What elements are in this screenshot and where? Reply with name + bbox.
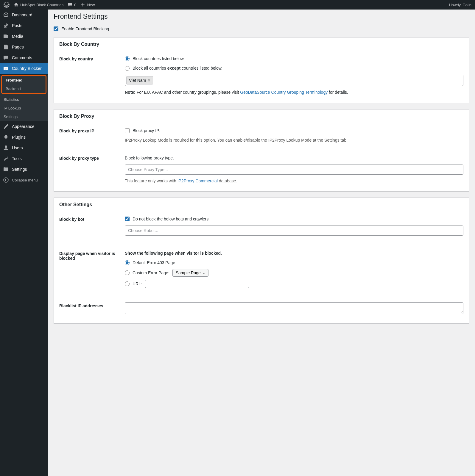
blacklist-label: Blacklist IP addresses	[59, 302, 125, 316]
sidebar-item-posts[interactable]: Posts	[0, 20, 48, 31]
wrench-icon	[3, 156, 9, 162]
submenu-frontend[interactable]: Frontend	[2, 76, 46, 84]
sidebar-label: Country Blocker	[12, 66, 42, 71]
sliders-icon	[3, 166, 9, 172]
sidebar-label: Appearance	[12, 124, 35, 129]
proxy-type-help: This feature only works with IP2Proxy Co…	[125, 178, 463, 184]
block-bot-text: Do not block the below bots and crawlers…	[133, 216, 210, 222]
sidebar-label: Tools	[12, 156, 22, 161]
sidebar-item-country-blocker[interactable]: IP Country Blocker	[0, 63, 48, 74]
custom-page-select[interactable]: Sample Page	[172, 269, 208, 277]
ip-icon: IP	[3, 65, 9, 71]
blacklist-textarea[interactable]	[125, 302, 463, 314]
comments-icon	[3, 55, 9, 61]
sidebar-item-comments[interactable]: Comments	[0, 52, 48, 63]
page-title: Frontend Settings	[54, 12, 469, 21]
comment-icon	[68, 2, 72, 7]
plus-icon	[80, 2, 85, 7]
sidebar-item-plugins[interactable]: Plugins	[0, 132, 48, 143]
block-proxy-ip-text: Block proxy IP.	[133, 127, 160, 134]
howdy-text: Howdy, Colin	[449, 3, 471, 7]
sidebar-label: Dashboard	[12, 12, 32, 17]
block-except-label: Block all countries except countries lis…	[133, 65, 222, 71]
block-bot-label: Block by bot	[59, 216, 125, 238]
wp-logo[interactable]	[4, 2, 10, 8]
svg-point-3	[5, 145, 7, 148]
pages-icon	[3, 44, 9, 50]
proxy-type-title: Block following proxy type.	[125, 155, 463, 161]
collapse-menu[interactable]: Collapse menu	[0, 175, 48, 185]
enable-frontend-label: Enable Frontend Blocking	[61, 26, 109, 31]
media-icon	[3, 33, 9, 39]
submenu-iplookup[interactable]: IP Lookup	[0, 104, 48, 112]
block-listed-radio[interactable]	[125, 56, 130, 61]
submenu-settings[interactable]: Settings	[0, 112, 48, 121]
display-page-title: Show the following page when visitor is …	[125, 250, 463, 256]
block-proxy-heading: Block By Proxy	[54, 109, 469, 123]
geodata-link[interactable]: GeoDataSource Country Grouping Terminolo…	[240, 90, 328, 95]
remove-tag-icon[interactable]: ×	[148, 77, 150, 84]
pin-icon	[3, 23, 9, 29]
block-bot-checkbox[interactable]	[125, 217, 130, 221]
svg-text:IP: IP	[5, 67, 7, 70]
sidebar-item-tools[interactable]: Tools	[0, 153, 48, 164]
new-link[interactable]: New	[80, 2, 95, 7]
country-note: Note: For EU, APAC and other country gro…	[125, 89, 463, 95]
brush-icon	[3, 123, 9, 129]
highlight-annotation: Frontend Backend	[1, 75, 46, 94]
block-proxy-type-label: Block by proxy type	[59, 155, 125, 184]
country-tag-input[interactable]: Viet Nam ×	[125, 75, 463, 86]
proxy-ip-help: IP2Proxy Lookup Mode is required for thi…	[125, 137, 463, 143]
sidebar-label: Plugins	[12, 135, 26, 140]
site-title: HubSpot Block Countries	[20, 3, 63, 7]
custom-page-radio[interactable]	[125, 270, 130, 275]
sidebar-label: Settings	[12, 167, 27, 172]
sidebar-item-media[interactable]: Media	[0, 31, 48, 42]
new-label: New	[87, 3, 95, 7]
url-input[interactable]	[145, 280, 249, 288]
block-proxy-ip-checkbox[interactable]	[125, 128, 130, 133]
url-label: URL:	[133, 281, 142, 287]
collapse-label: Collapse menu	[12, 178, 38, 182]
block-country-heading: Block By Country	[54, 37, 469, 51]
sidebar-item-dashboard[interactable]: Dashboard	[0, 10, 48, 20]
robot-input[interactable]	[125, 226, 463, 236]
enable-frontend-checkbox[interactable]	[54, 26, 58, 31]
url-radio[interactable]	[125, 281, 130, 286]
country-tag: Viet Nam ×	[126, 76, 153, 84]
howdy-link[interactable]: Howdy, Colin	[449, 3, 471, 7]
sidebar-label: Users	[12, 145, 23, 150]
block-proxy-ip-label: Block by proxy IP	[59, 127, 125, 144]
ip2proxy-link[interactable]: IP2Proxy Commercial	[177, 178, 218, 183]
collapse-icon	[3, 177, 9, 183]
comments-link[interactable]: 0	[68, 2, 76, 7]
block-except-radio[interactable]	[125, 66, 130, 71]
default-403-radio[interactable]	[125, 260, 130, 265]
sidebar-item-settings[interactable]: Settings	[0, 164, 48, 175]
sidebar-item-pages[interactable]: Pages	[0, 42, 48, 52]
submenu-statistics[interactable]: Statistics	[0, 95, 48, 104]
block-listed-label: Block countries listed below.	[133, 55, 185, 62]
user-icon	[3, 145, 9, 151]
default-403-label: Default Error 403 Page	[133, 259, 175, 266]
country-tag-text: Viet Nam	[129, 77, 146, 84]
proxy-type-input[interactable]	[125, 165, 463, 175]
sidebar-label: Pages	[12, 45, 24, 49]
sidebar-item-users[interactable]: Users	[0, 143, 48, 153]
home-icon	[14, 2, 18, 7]
sidebar-item-appearance[interactable]: Appearance	[0, 121, 48, 132]
sidebar-label: Posts	[12, 23, 22, 28]
display-page-label: Display page when visitor is blocked	[59, 250, 125, 291]
other-settings-heading: Other Settings	[54, 198, 469, 212]
site-link[interactable]: HubSpot Block Countries	[14, 2, 63, 7]
sidebar-label: Media	[12, 34, 23, 39]
plug-icon	[3, 134, 9, 140]
submenu-backend[interactable]: Backend	[2, 84, 46, 93]
custom-page-label: Custom Error Page:	[133, 270, 169, 276]
block-country-label: Block by country	[59, 55, 125, 96]
comment-count: 0	[74, 3, 76, 7]
sidebar-label: Comments	[12, 55, 32, 60]
svg-point-4	[4, 178, 8, 182]
dashboard-icon	[3, 12, 9, 18]
